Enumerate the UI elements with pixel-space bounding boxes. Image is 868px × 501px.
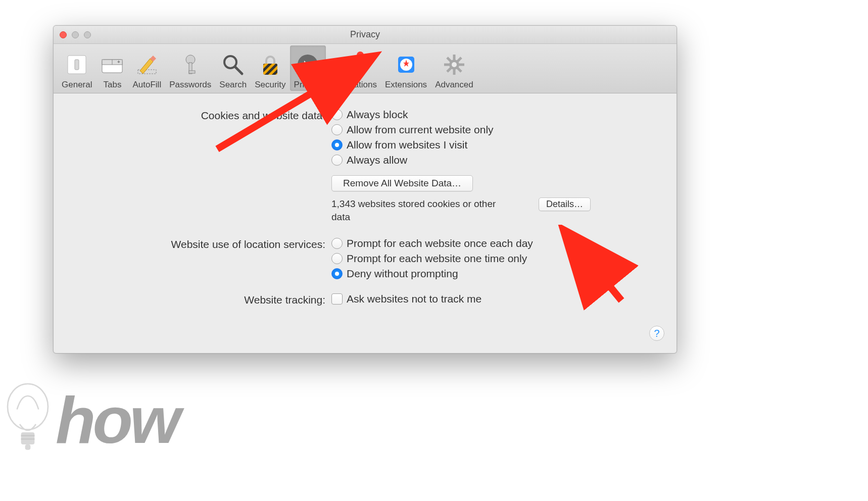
radio-deny[interactable]: Deny without prompting: [331, 268, 666, 280]
checkbox-dnt[interactable]: Ask websites not to track me: [331, 293, 666, 305]
tab-extensions[interactable]: Extensions: [381, 45, 431, 91]
tab-advanced[interactable]: Advanced: [431, 45, 477, 91]
notifications-icon: [342, 53, 366, 77]
radio-prompt-daily[interactable]: Prompt for each website once each day: [331, 237, 666, 249]
radio-icon: [331, 124, 343, 135]
titlebar[interactable]: Privacy: [54, 26, 677, 44]
radio-prompt-once[interactable]: Prompt for each website one time only: [331, 253, 666, 265]
preferences-window: Privacy General + Tabs AutoFill Password…: [53, 25, 677, 354]
checkbox-label: Ask websites not to track me: [347, 293, 481, 305]
tab-privacy[interactable]: Privacy: [290, 45, 326, 91]
lightbulb-icon: [0, 380, 56, 461]
svg-point-30: [8, 384, 48, 430]
tab-notifications[interactable]: Notifications: [326, 45, 381, 91]
radio-label: Always block: [347, 109, 408, 121]
checkbox-icon: [331, 293, 343, 305]
svg-text:+: +: [117, 59, 120, 65]
advanced-icon: [442, 53, 466, 77]
svg-rect-32: [21, 435, 35, 436]
radio-label: Prompt for each website once each day: [347, 237, 533, 249]
preferences-toolbar: General + Tabs AutoFill Passwords Search: [54, 44, 677, 93]
radio-label: Allow from current website only: [347, 124, 494, 136]
tab-label: Passwords: [169, 80, 211, 90]
watermark: how: [0, 380, 178, 461]
security-icon: [258, 53, 282, 77]
tabs-icon: +: [100, 53, 124, 77]
remove-website-data-button[interactable]: Remove All Website Data…: [331, 175, 473, 191]
tab-label: Security: [255, 80, 285, 90]
tab-label: AutoFill: [132, 80, 161, 90]
svg-point-25: [452, 62, 457, 67]
window-title: Privacy: [54, 29, 677, 40]
tab-label: Advanced: [435, 80, 473, 90]
tab-passwords[interactable]: Passwords: [165, 45, 215, 91]
svg-rect-16: [346, 58, 362, 73]
tab-label: General: [62, 80, 92, 90]
general-icon: [65, 53, 89, 77]
tab-label: Search: [219, 80, 247, 90]
radio-label: Allow from websites I visit: [347, 139, 467, 151]
tab-general[interactable]: General: [58, 45, 96, 91]
extensions-icon: [394, 53, 418, 77]
radio-label: Deny without prompting: [347, 268, 458, 280]
radio-always-allow[interactable]: Always allow: [331, 154, 666, 166]
radio-icon: [331, 253, 343, 264]
tab-security[interactable]: Security: [251, 45, 290, 91]
help-button[interactable]: ?: [649, 326, 664, 341]
radio-always-block[interactable]: Always block: [331, 109, 666, 121]
svg-rect-13: [263, 64, 277, 75]
svg-rect-33: [21, 438, 35, 440]
tab-autofill[interactable]: AutoFill: [128, 45, 165, 91]
cookies-stored-info: 1,343 websites stored cookies or other d…: [331, 197, 513, 223]
radio-allow-visit[interactable]: Allow from websites I visit: [331, 139, 666, 151]
tab-label: Extensions: [385, 80, 427, 90]
radio-icon: [331, 238, 343, 249]
svg-rect-9: [189, 71, 195, 73]
autofill-icon: [135, 53, 159, 77]
privacy-pane: Cookies and website data: Always block A…: [54, 93, 677, 323]
radio-icon: [331, 139, 343, 151]
details-button[interactable]: Details…: [539, 197, 591, 211]
tracking-section-label: Website tracking:: [64, 293, 331, 308]
tab-search[interactable]: Search: [215, 45, 251, 91]
radio-label: Always allow: [347, 154, 407, 166]
watermark-text: how: [56, 387, 178, 453]
tab-label: Tabs: [104, 80, 122, 90]
tab-label: Privacy: [294, 80, 322, 90]
radio-icon: [331, 109, 343, 120]
passwords-icon: [178, 53, 203, 77]
tab-label: Notifications: [330, 80, 377, 90]
radio-label: Prompt for each website one time only: [347, 253, 527, 265]
svg-rect-1: [75, 60, 79, 70]
cookies-section-label: Cookies and website data:: [64, 109, 331, 223]
radio-allow-current[interactable]: Allow from current website only: [331, 124, 666, 136]
radio-icon: [331, 268, 343, 279]
svg-rect-34: [25, 444, 31, 450]
location-section-label: Website use of location services:: [64, 237, 331, 283]
tab-tabs[interactable]: + Tabs: [96, 45, 128, 91]
privacy-icon: [296, 53, 320, 77]
notification-badge-icon: [357, 52, 364, 59]
svg-line-11: [235, 67, 242, 74]
search-icon: [221, 53, 245, 77]
radio-icon: [331, 155, 343, 166]
